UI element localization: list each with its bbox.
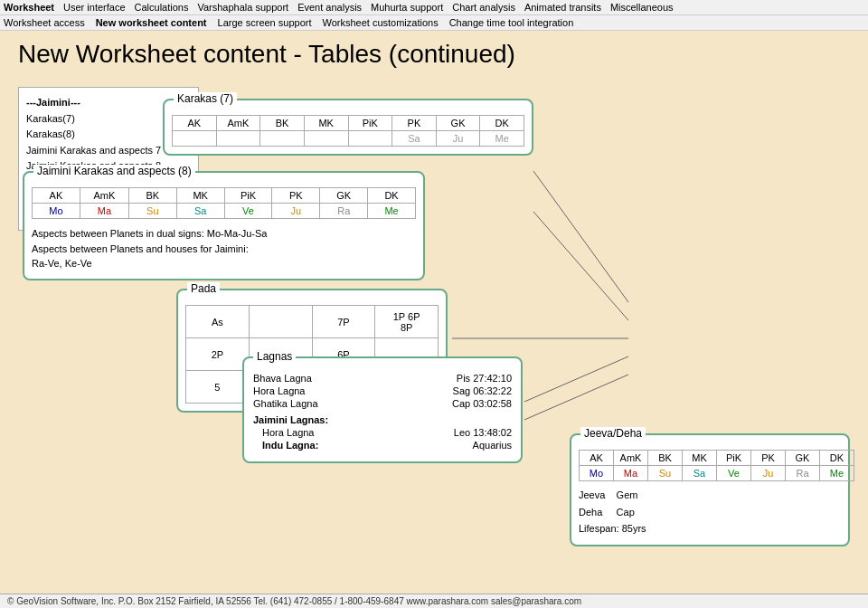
menu-worksheet[interactable]: Worksheet [4, 2, 54, 13]
jaimini-hora-label: Hora Lagna [262, 427, 315, 438]
karakas-header-gk: GK [436, 116, 480, 131]
jaimini-val-dk: Me [368, 204, 416, 219]
jaimini-val-amk: Ma [80, 204, 128, 219]
submenu-new-worksheet[interactable]: New worksheet content [96, 17, 207, 28]
lagnas-panel-title: Lagnas [253, 350, 296, 363]
jaimini-hdr-dk: DK [368, 188, 416, 204]
karakas-panel: Karakas (7) AK AmK BK MK PiK PK GK DK Sa… [163, 99, 533, 156]
jeeva-info: Jeeva Gem Deha Cap Lifespan: 85yrs [579, 487, 841, 537]
karakas-panel-title: Karakas (7) [174, 92, 237, 105]
jeeva-table: AK AmK BK MK PiK PK GK DK Mo Ma Su Sa Ve… [579, 450, 854, 481]
jaimini-hdr-ak: AK [33, 188, 80, 204]
submenu-change-time[interactable]: Change time tool integration [449, 17, 574, 28]
lagnas-bhava-value: Pis 27:42:10 [457, 373, 512, 384]
submenu-worksheet-access[interactable]: Worksheet access [4, 17, 85, 28]
jeeva-header-row: AK AmK BK MK PiK PK GK DK [580, 450, 854, 465]
jeeva-hdr-amk: AmK [614, 450, 648, 465]
jeeva-hdr-dk: DK [820, 450, 854, 465]
lagnas-ghatika-value: Cap 03:02:58 [452, 398, 512, 409]
karakas-header-dk: DK [480, 116, 524, 131]
jeeva-val-ak: Mo [580, 465, 614, 480]
lagnas-hora: Hora Lagna Sag 06:32:22 [253, 385, 512, 396]
karakas-header-amk: AmK [216, 116, 260, 131]
indu-lagna-value: Aquarius [473, 440, 512, 451]
jeeva-values-row: Mo Ma Su Sa Ve Ju Ra Me [580, 465, 854, 480]
jeeva-hdr-mk: MK [683, 450, 717, 465]
jaimini-hdr-gk: GK [320, 188, 368, 204]
svg-line-4 [524, 375, 628, 420]
karakas-val-amk [216, 131, 260, 147]
jaimini-hora-lagna: Hora Lagna Leo 13:48:02 [262, 427, 512, 438]
jaimini-hdr-pik: PiK [224, 188, 272, 204]
menu-user-interface[interactable]: User interface [63, 2, 125, 13]
jaimini-val-gk: Ra [320, 204, 368, 219]
pada-r1c2 [249, 306, 312, 338]
jaimini-panel-title: Jaimini Karakas and aspects (8) [33, 165, 195, 177]
karakas-val-mk [304, 131, 348, 147]
karakas-header-pik: PiK [348, 116, 392, 131]
jeeva-value: Gem [617, 489, 638, 500]
jeeva-hdr-bk: BK [648, 450, 683, 465]
lagnas-bhava-label: Bhava Lagna [253, 373, 312, 384]
jaimini-values-row: Mo Ma Su Sa Ve Ju Ra Me [33, 204, 416, 219]
lagnas-ghatika-label: Ghatika Lagna [253, 398, 318, 409]
jeeva-val-gk: Ra [786, 465, 820, 480]
deha-value: Cap [617, 507, 635, 518]
jeeva-val-pik: Ve [717, 465, 751, 480]
jaimini-val-ak: Mo [33, 204, 80, 219]
jeeva-hdr-ak: AK [580, 450, 614, 465]
jaimini-panel: Jaimini Karakas and aspects (8) AK AmK B… [23, 171, 425, 280]
jaimini-val-pik: Ve [224, 204, 272, 219]
pada-as: As [186, 306, 250, 338]
jeeva-val-amk: Ma [614, 465, 648, 480]
menu-misc[interactable]: Miscellaneous [610, 2, 674, 13]
jaimini-hdr-mk: MK [176, 188, 224, 204]
jeeva-row: Jeeva Gem [579, 487, 841, 504]
aspects-line2: Aspects between Planets and houses for J… [32, 242, 416, 257]
page-title: New Worksheet content - Tables (continue… [18, 40, 850, 69]
karakas-val-dk: Me [480, 131, 524, 147]
karakas-header-mk: MK [304, 116, 348, 131]
jeeva-panel-title: Jeeva/Deha [580, 427, 646, 440]
jaimini-table: AK AmK BK MK PiK PK GK DK Mo Ma Su Sa Ve… [32, 187, 416, 219]
aspects-text: Aspects between Planets in dual signs: M… [32, 226, 416, 271]
jeeva-val-mk: Sa [683, 465, 717, 480]
karakas-table: AK AmK BK MK PiK PK GK DK Sa Ju Me [172, 115, 524, 147]
jaimini-hdr-pk: PK [272, 188, 320, 204]
pada-2p: 2P [186, 338, 250, 371]
lagnas-hora-label: Hora Lagna [253, 385, 306, 396]
menu-calculations[interactable]: Calculations [135, 2, 189, 13]
submenu-large-screen[interactable]: Large screen support [218, 17, 312, 28]
jaimini-val-bk: Su [128, 204, 176, 219]
menu-animated[interactable]: Animated transits [524, 2, 601, 13]
footer-text: © GeoVision Software, Inc. P.O. Box 2152… [7, 596, 581, 606]
jaimini-hora-value: Leo 13:48:02 [454, 427, 512, 438]
karakas-val-gk: Ju [436, 131, 480, 147]
submenu-customizations[interactable]: Worksheet customizations [322, 17, 438, 28]
pada-1p6p8p: 1P 6P 8P [375, 306, 439, 338]
main-content: New Worksheet content - Tables (continue… [0, 31, 868, 592]
deha-label: Deha [579, 507, 617, 518]
menu-chart-analysis[interactable]: Chart analysis [452, 2, 515, 13]
jeeva-hdr-pk: PK [751, 450, 786, 465]
karakas-val-pk: Sa [392, 131, 437, 147]
pada-5: 5 [186, 371, 250, 404]
lagnas-hora-value: Sag 06:32:22 [453, 385, 512, 396]
jeeva-val-pk: Ju [751, 465, 786, 480]
jeeva-panel: Jeeva/Deha AK AmK BK MK PiK PK GK DK Mo … [570, 433, 850, 546]
jaimini-hdr-bk: BK [128, 188, 176, 204]
sub-menu-bar: Worksheet access New worksheet content L… [0, 15, 868, 31]
menu-varshaphala[interactable]: Varshaphala support [197, 2, 288, 13]
footer: © GeoVision Software, Inc. P.O. Box 2152… [0, 594, 868, 608]
menu-muhurta[interactable]: Muhurta support [371, 2, 443, 13]
karakas-val-bk [260, 131, 305, 147]
lagnas-ghatika: Ghatika Lagna Cap 03:02:58 [253, 398, 512, 409]
svg-line-1 [533, 212, 628, 320]
lagnas-bhava: Bhava Lagna Pis 27:42:10 [253, 373, 512, 384]
aspects-line3: Ra-Ve, Ke-Ve [32, 256, 416, 271]
jeeva-hdr-gk: GK [786, 450, 820, 465]
jaimini-header-row: AK AmK BK MK PiK PK GK DK [33, 188, 416, 204]
karakas-header-row: AK AmK BK MK PiK PK GK DK [173, 116, 524, 131]
karakas-val-ak [173, 131, 217, 147]
menu-event-analysis[interactable]: Event analysis [297, 2, 362, 13]
